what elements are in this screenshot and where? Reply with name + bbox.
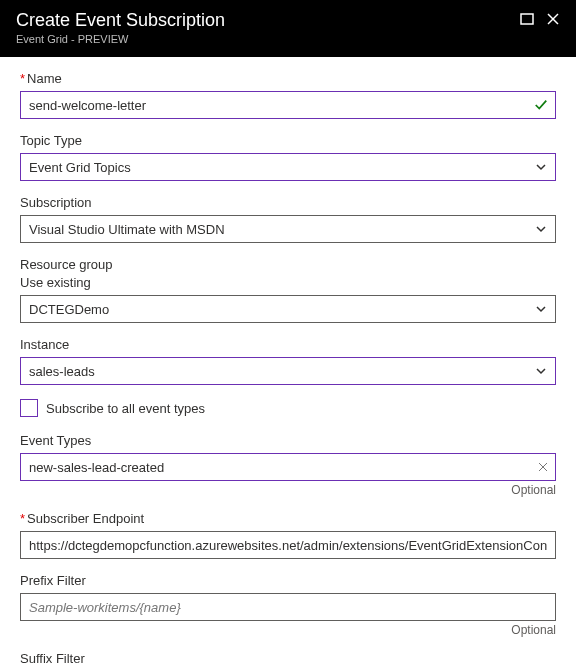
- event-types-label: Event Types: [20, 433, 556, 448]
- instance-dropdown[interactable]: sales-leads: [20, 357, 556, 385]
- close-icon[interactable]: [546, 12, 560, 26]
- resource-group-dropdown[interactable]: DCTEGDemo: [20, 295, 556, 323]
- name-group: *Name: [20, 71, 556, 119]
- prefix-filter-optional: Optional: [20, 623, 556, 637]
- instance-value: sales-leads: [29, 364, 95, 379]
- topic-type-dropdown[interactable]: Event Grid Topics: [20, 153, 556, 181]
- topic-type-value: Event Grid Topics: [29, 160, 131, 175]
- resource-group-value: DCTEGDemo: [29, 302, 109, 317]
- maximize-icon[interactable]: [520, 12, 534, 26]
- event-types-group: Event Types Optional: [20, 433, 556, 497]
- clear-x-icon[interactable]: [538, 462, 548, 472]
- blade-title: Create Event Subscription: [16, 10, 225, 31]
- instance-label: Instance: [20, 337, 556, 352]
- prefix-filter-group: Prefix Filter Optional: [20, 573, 556, 637]
- name-input[interactable]: [20, 91, 556, 119]
- subscription-group: Subscription Visual Studio Ultimate with…: [20, 195, 556, 243]
- blade-header: Create Event Subscription Event Grid - P…: [0, 0, 576, 57]
- suffix-filter-group: Suffix Filter Optional: [20, 651, 556, 667]
- subscription-value: Visual Studio Ultimate with MSDN: [29, 222, 225, 237]
- instance-group: Instance sales-leads: [20, 337, 556, 385]
- resource-group-group: Resource group Use existing DCTEGDemo: [20, 257, 556, 323]
- svg-rect-0: [521, 14, 533, 24]
- blade-subtitle: Event Grid - PREVIEW: [16, 33, 225, 45]
- subscription-label: Subscription: [20, 195, 556, 210]
- resource-group-sublabel: Use existing: [20, 275, 556, 290]
- event-types-optional: Optional: [20, 483, 556, 497]
- required-star-icon: *: [20, 71, 25, 86]
- subscribe-all-checkbox[interactable]: [20, 399, 38, 417]
- prefix-filter-input[interactable]: [20, 593, 556, 621]
- chevron-down-icon: [535, 365, 547, 377]
- subscriber-endpoint-input[interactable]: [20, 531, 556, 559]
- event-types-input[interactable]: [20, 453, 556, 481]
- subscriber-endpoint-label: *Subscriber Endpoint: [20, 511, 556, 526]
- prefix-filter-label: Prefix Filter: [20, 573, 556, 588]
- subscribe-all-label: Subscribe to all event types: [46, 401, 205, 416]
- topic-type-label: Topic Type: [20, 133, 556, 148]
- resource-group-label: Resource group: [20, 257, 556, 272]
- subscribe-all-row: Subscribe to all event types: [20, 399, 556, 417]
- valid-check-icon: [534, 98, 548, 112]
- chevron-down-icon: [535, 223, 547, 235]
- chevron-down-icon: [535, 161, 547, 173]
- suffix-filter-label: Suffix Filter: [20, 651, 556, 666]
- form-body: *Name Topic Type Event Grid Topics Subsc…: [0, 57, 576, 667]
- header-actions: [520, 10, 560, 26]
- header-titles: Create Event Subscription Event Grid - P…: [16, 10, 225, 45]
- name-label: *Name: [20, 71, 556, 86]
- subscription-dropdown[interactable]: Visual Studio Ultimate with MSDN: [20, 215, 556, 243]
- subscriber-endpoint-group: *Subscriber Endpoint: [20, 511, 556, 559]
- chevron-down-icon: [535, 303, 547, 315]
- topic-type-group: Topic Type Event Grid Topics: [20, 133, 556, 181]
- required-star-icon: *: [20, 511, 25, 526]
